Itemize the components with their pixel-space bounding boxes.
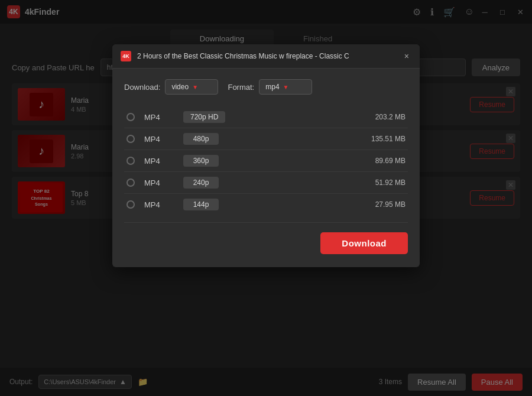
modal-title: 2 Hours of the Best Classic Christmas Mu… <box>137 52 396 60</box>
format-radio[interactable] <box>126 135 135 143</box>
format-dropdown-arrow-icon: ▼ <box>283 84 289 90</box>
format-value: mp4 <box>265 83 279 91</box>
modal-footer: Download <box>124 230 408 257</box>
dropdown-arrow-icon: ▼ <box>192 84 198 90</box>
modal-overlay: 4K 2 Hours of the Best Classic Christmas… <box>0 0 532 396</box>
download-type-label: Download: <box>124 83 160 92</box>
format-type: MP4 <box>144 178 174 187</box>
format-group: Format: mp4 ▼ <box>228 79 312 95</box>
format-option-row[interactable]: MP4 144p 27.95 MB <box>124 194 408 215</box>
download-type-select[interactable]: video ▼ <box>165 79 218 95</box>
format-select[interactable]: mp4 ▼ <box>259 79 312 95</box>
format-resolution: 480p <box>183 133 219 145</box>
format-type: MP4 <box>144 200 174 209</box>
format-resolution: 720p HD <box>183 111 225 123</box>
format-size: 89.69 MB <box>358 157 406 165</box>
download-type-group: Download: video ▼ <box>124 79 218 95</box>
modal-titlebar: 4K 2 Hours of the Best Classic Christmas… <box>112 44 420 69</box>
modal-dropdowns: Download: video ▼ Format: mp4 ▼ <box>124 79 408 95</box>
format-options-list: MP4 720p HD 203.2 MB MP4 480p 135.51 MB … <box>124 106 408 215</box>
format-radio[interactable] <box>126 178 135 187</box>
format-radio[interactable] <box>126 157 135 165</box>
format-option-row[interactable]: MP4 360p 89.69 MB <box>124 150 408 172</box>
format-type: MP4 <box>144 135 174 144</box>
format-resolution: 240p <box>183 177 219 189</box>
format-radio[interactable] <box>126 113 135 121</box>
format-option-row[interactable]: MP4 480p 135.51 MB <box>124 128 408 150</box>
format-radio[interactable] <box>126 200 135 209</box>
format-resolution: 360p <box>183 155 219 167</box>
download-options-modal: 4K 2 Hours of the Best Classic Christmas… <box>112 44 420 267</box>
format-size: 135.51 MB <box>358 135 406 143</box>
format-size: 27.95 MB <box>358 200 406 209</box>
format-type: MP4 <box>144 113 174 122</box>
modal-body: Download: video ▼ Format: mp4 ▼ <box>112 69 420 267</box>
format-label: Format: <box>228 83 254 92</box>
format-resolution: 144p <box>183 199 219 210</box>
format-size: 203.2 MB <box>358 113 406 121</box>
download-button[interactable]: Download <box>320 232 408 254</box>
format-size: 51.92 MB <box>358 178 406 187</box>
format-option-row[interactable]: MP4 240p 51.92 MB <box>124 172 408 194</box>
modal-close-button[interactable]: × <box>402 50 411 62</box>
modal-divider <box>124 222 408 223</box>
format-type: MP4 <box>144 157 174 165</box>
download-type-value: video <box>171 83 189 91</box>
format-option-row[interactable]: MP4 720p HD 203.2 MB <box>124 106 408 128</box>
modal-app-icon: 4K <box>121 51 131 61</box>
